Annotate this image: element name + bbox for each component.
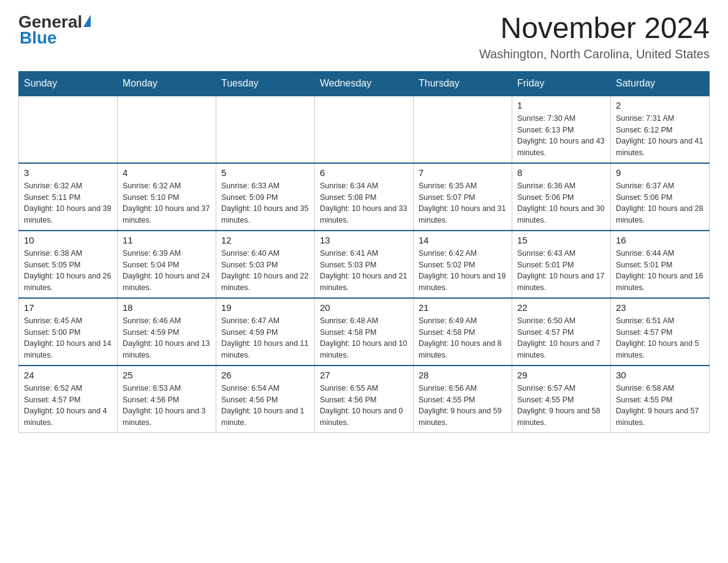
day-number: 2	[616, 100, 704, 110]
calendar-cell: 23Sunrise: 6:51 AMSunset: 4:57 PMDayligh…	[611, 298, 710, 366]
calendar-cell: 26Sunrise: 6:54 AMSunset: 4:56 PMDayligh…	[216, 366, 315, 433]
calendar-cell: 29Sunrise: 6:57 AMSunset: 4:55 PMDayligh…	[512, 366, 611, 433]
page-header: General Blue November 2024 Washington, N…	[18, 12, 710, 61]
day-number: 24	[24, 370, 112, 380]
calendar-cell: 25Sunrise: 6:53 AMSunset: 4:56 PMDayligh…	[118, 366, 216, 433]
calendar-cell: 7Sunrise: 6:35 AMSunset: 5:07 PMDaylight…	[414, 163, 512, 231]
day-number: 19	[221, 302, 309, 313]
calendar-week-3: 10Sunrise: 6:38 AMSunset: 5:05 PMDayligh…	[19, 231, 710, 298]
calendar-cell	[414, 96, 512, 163]
calendar-cell: 5Sunrise: 6:33 AMSunset: 5:09 PMDaylight…	[216, 163, 315, 231]
header-thursday: Thursday	[414, 71, 512, 96]
day-number: 12	[221, 235, 309, 245]
day-info: Sunrise: 6:55 AMSunset: 4:56 PMDaylight:…	[320, 383, 408, 429]
calendar-cell: 12Sunrise: 6:40 AMSunset: 5:03 PMDayligh…	[216, 231, 315, 298]
header-saturday: Saturday	[611, 71, 710, 96]
day-info: Sunrise: 6:47 AMSunset: 4:59 PMDaylight:…	[221, 315, 309, 361]
header-wednesday: Wednesday	[315, 71, 414, 96]
calendar-cell: 28Sunrise: 6:56 AMSunset: 4:55 PMDayligh…	[414, 366, 512, 433]
day-info: Sunrise: 6:58 AMSunset: 4:55 PMDaylight:…	[616, 383, 704, 429]
day-info: Sunrise: 6:53 AMSunset: 4:56 PMDaylight:…	[123, 383, 211, 429]
day-number: 11	[123, 235, 211, 245]
day-info: Sunrise: 6:50 AMSunset: 4:57 PMDaylight:…	[517, 315, 605, 361]
day-number: 23	[616, 302, 704, 313]
calendar-cell: 10Sunrise: 6:38 AMSunset: 5:05 PMDayligh…	[19, 231, 118, 298]
calendar-cell: 21Sunrise: 6:49 AMSunset: 4:58 PMDayligh…	[414, 298, 512, 366]
calendar-cell: 22Sunrise: 6:50 AMSunset: 4:57 PMDayligh…	[512, 298, 611, 366]
day-number: 27	[320, 370, 408, 380]
calendar-cell: 3Sunrise: 6:32 AMSunset: 5:11 PMDaylight…	[19, 163, 118, 231]
day-info: Sunrise: 6:38 AMSunset: 5:05 PMDaylight:…	[24, 248, 112, 294]
day-number: 22	[517, 302, 605, 313]
day-info: Sunrise: 6:37 AMSunset: 5:06 PMDaylight:…	[616, 180, 704, 226]
day-number: 4	[123, 167, 211, 178]
calendar-cell: 16Sunrise: 6:44 AMSunset: 5:01 PMDayligh…	[611, 231, 710, 298]
header-sunday: Sunday	[19, 71, 118, 96]
calendar-cell: 24Sunrise: 6:52 AMSunset: 4:57 PMDayligh…	[19, 366, 118, 433]
day-number: 7	[419, 167, 507, 178]
day-number: 5	[221, 167, 309, 178]
logo: General Blue	[18, 12, 91, 48]
day-number: 15	[517, 235, 605, 245]
day-info: Sunrise: 6:40 AMSunset: 5:03 PMDaylight:…	[221, 248, 309, 294]
day-info: Sunrise: 6:32 AMSunset: 5:11 PMDaylight:…	[24, 180, 112, 226]
day-number: 21	[419, 302, 507, 313]
day-info: Sunrise: 6:35 AMSunset: 5:07 PMDaylight:…	[419, 180, 507, 226]
calendar-cell: 18Sunrise: 6:46 AMSunset: 4:59 PMDayligh…	[118, 298, 216, 366]
day-number: 8	[517, 167, 605, 178]
header-monday: Monday	[118, 71, 216, 96]
day-info: Sunrise: 6:52 AMSunset: 4:57 PMDaylight:…	[24, 383, 112, 429]
day-info: Sunrise: 6:49 AMSunset: 4:58 PMDaylight:…	[419, 315, 507, 361]
day-info: Sunrise: 6:43 AMSunset: 5:01 PMDaylight:…	[517, 248, 605, 294]
calendar-cell: 9Sunrise: 6:37 AMSunset: 5:06 PMDaylight…	[611, 163, 710, 231]
day-number: 25	[123, 370, 211, 380]
logo-triangle-icon	[83, 15, 91, 27]
calendar-cell	[118, 96, 216, 163]
day-info: Sunrise: 6:41 AMSunset: 5:03 PMDaylight:…	[320, 248, 408, 294]
calendar-cell	[19, 96, 118, 163]
day-number: 6	[320, 167, 408, 178]
day-info: Sunrise: 6:51 AMSunset: 4:57 PMDaylight:…	[616, 315, 704, 361]
day-info: Sunrise: 7:30 AMSunset: 6:13 PMDaylight:…	[517, 113, 605, 159]
calendar-cell: 19Sunrise: 6:47 AMSunset: 4:59 PMDayligh…	[216, 298, 315, 366]
day-number: 16	[616, 235, 704, 245]
day-info: Sunrise: 6:33 AMSunset: 5:09 PMDaylight:…	[221, 180, 309, 226]
calendar-cell: 14Sunrise: 6:42 AMSunset: 5:02 PMDayligh…	[414, 231, 512, 298]
calendar-week-5: 24Sunrise: 6:52 AMSunset: 4:57 PMDayligh…	[19, 366, 710, 433]
day-info: Sunrise: 7:31 AMSunset: 6:12 PMDaylight:…	[616, 113, 704, 159]
calendar-header-row: SundayMondayTuesdayWednesdayThursdayFrid…	[19, 71, 710, 96]
day-info: Sunrise: 6:42 AMSunset: 5:02 PMDaylight:…	[419, 248, 507, 294]
day-info: Sunrise: 6:39 AMSunset: 5:04 PMDaylight:…	[123, 248, 211, 294]
calendar-cell: 20Sunrise: 6:48 AMSunset: 4:58 PMDayligh…	[315, 298, 414, 366]
day-number: 13	[320, 235, 408, 245]
day-info: Sunrise: 6:44 AMSunset: 5:01 PMDaylight:…	[616, 248, 704, 294]
day-info: Sunrise: 6:48 AMSunset: 4:58 PMDaylight:…	[320, 315, 408, 361]
header-friday: Friday	[512, 71, 611, 96]
day-number: 10	[24, 235, 112, 245]
calendar-cell: 2Sunrise: 7:31 AMSunset: 6:12 PMDaylight…	[611, 96, 710, 163]
day-info: Sunrise: 6:36 AMSunset: 5:06 PMDaylight:…	[517, 180, 605, 226]
main-title: November 2024	[479, 12, 710, 45]
calendar-cell	[315, 96, 414, 163]
calendar-cell: 30Sunrise: 6:58 AMSunset: 4:55 PMDayligh…	[611, 366, 710, 433]
day-info: Sunrise: 6:32 AMSunset: 5:10 PMDaylight:…	[123, 180, 211, 226]
calendar-cell	[216, 96, 315, 163]
calendar-week-4: 17Sunrise: 6:45 AMSunset: 5:00 PMDayligh…	[19, 298, 710, 366]
calendar-cell: 4Sunrise: 6:32 AMSunset: 5:10 PMDaylight…	[118, 163, 216, 231]
day-number: 18	[123, 302, 211, 313]
day-number: 14	[419, 235, 507, 245]
day-info: Sunrise: 6:56 AMSunset: 4:55 PMDaylight:…	[419, 383, 507, 429]
subtitle: Washington, North Carolina, United State…	[479, 47, 710, 61]
day-info: Sunrise: 6:34 AMSunset: 5:08 PMDaylight:…	[320, 180, 408, 226]
calendar-cell: 27Sunrise: 6:55 AMSunset: 4:56 PMDayligh…	[315, 366, 414, 433]
calendar-week-1: 1Sunrise: 7:30 AMSunset: 6:13 PMDaylight…	[19, 96, 710, 163]
calendar-cell: 6Sunrise: 6:34 AMSunset: 5:08 PMDaylight…	[315, 163, 414, 231]
day-number: 1	[517, 100, 605, 110]
day-info: Sunrise: 6:57 AMSunset: 4:55 PMDaylight:…	[517, 383, 605, 429]
day-info: Sunrise: 6:45 AMSunset: 5:00 PMDaylight:…	[24, 315, 112, 361]
header-tuesday: Tuesday	[216, 71, 315, 96]
calendar-cell: 13Sunrise: 6:41 AMSunset: 5:03 PMDayligh…	[315, 231, 414, 298]
day-number: 28	[419, 370, 507, 380]
day-number: 29	[517, 370, 605, 380]
day-number: 30	[616, 370, 704, 380]
